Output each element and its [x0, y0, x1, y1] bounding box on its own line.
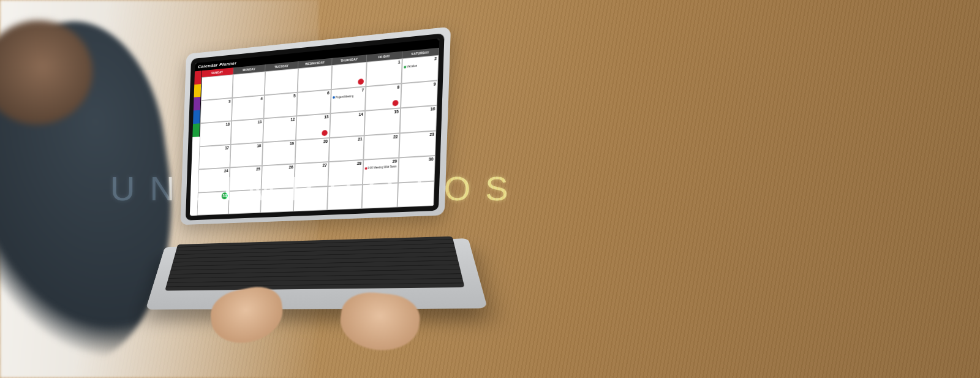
day-number: 25 [256, 167, 260, 171]
day-number: 14 [358, 112, 363, 116]
calendar-day-cell[interactable]: 21 [329, 135, 364, 162]
sidebar-category-tab[interactable] [194, 70, 202, 85]
calendar-day-cell[interactable]: 15 [364, 108, 401, 135]
calendar-day-cell[interactable]: 22 [363, 133, 399, 160]
sidebar-category-tab[interactable] [194, 84, 202, 98]
calendar-day-cell[interactable] [398, 181, 435, 207]
sidebar-category-tab[interactable] [192, 123, 200, 137]
day-marker-icon [358, 78, 364, 85]
calendar-day-cell[interactable] [228, 189, 262, 214]
day-number: 8 [397, 85, 399, 89]
calendar-day-cell[interactable] [327, 184, 363, 210]
day-number: 24 [224, 168, 228, 173]
day-number: 28 [357, 161, 362, 165]
day-number: 17 [225, 145, 229, 149]
day-marker-icon [393, 100, 399, 107]
day-marker-icon [322, 130, 328, 136]
sidebar-category-tab[interactable] [194, 97, 202, 110]
day-number: 12 [290, 117, 295, 121]
day-number: 11 [258, 119, 262, 124]
calendar-event[interactable]: Project Meeting [333, 94, 364, 99]
calendar-day-cell[interactable]: 18 [230, 142, 263, 168]
day-number: 1 [398, 60, 401, 64]
sidebar-category-tab[interactable] [193, 110, 201, 124]
calendar-day-cell[interactable]: 28 [328, 160, 363, 186]
calendar-day-cell[interactable]: 1 [366, 58, 402, 86]
calendar-day-cell[interactable]: 20 [295, 138, 330, 164]
calendar-day-cell[interactable]: 2Vacation [401, 55, 439, 83]
day-number: 5 [293, 93, 296, 97]
photo-scene: Calendar Planner SUNDAYMONDAYTUESDAYWEDN… [0, 0, 980, 378]
calendar-day-cell[interactable] [260, 187, 294, 213]
calendar-day-cell[interactable]: 24 [198, 168, 230, 193]
calendar-day-cell[interactable]: 13 [296, 113, 330, 140]
calendar-day-cell[interactable]: 7Project Meeting [330, 86, 366, 113]
calendar-area: SUNDAYMONDAYTUESDAYWEDNESDAYTHURSDAYFRID… [197, 48, 439, 216]
calendar-event[interactable]: 9:00 Meeting With Team [365, 165, 397, 170]
calendar-day-cell[interactable]: 3 [200, 97, 233, 123]
event-dot-icon [333, 96, 335, 99]
calendar-day-cell[interactable]: 19 [262, 140, 296, 165]
calendar-day-cell[interactable]: 299:00 Meeting With Team [363, 157, 399, 184]
event-dot-icon [365, 167, 368, 169]
calendar-day-cell[interactable] [265, 68, 298, 95]
calendar-day-cell[interactable]: 11 [231, 118, 264, 144]
person-head [0, 13, 100, 132]
calendar-day-cell[interactable] [293, 186, 328, 212]
calendar-day-cell[interactable] [298, 65, 333, 92]
day-number: 4 [260, 96, 263, 100]
day-number: 22 [393, 134, 398, 138]
day-number: 13 [324, 115, 328, 119]
calendar-day-cell[interactable] [362, 183, 398, 209]
calendar-day-cell[interactable] [201, 74, 233, 100]
calendar-day-cell[interactable]: 10 [200, 121, 232, 146]
day-number: 27 [322, 163, 326, 167]
day-number: 2 [434, 56, 437, 61]
calendar-day-cell[interactable]: 12 [263, 116, 296, 142]
day-number: 15 [394, 110, 399, 114]
calendar-day-cell[interactable]: 27 [294, 162, 328, 187]
calendar-day-cell[interactable]: 16 [400, 105, 437, 133]
calendar-day-cell[interactable]: 9 [401, 80, 438, 108]
laptop-keyboard [165, 236, 464, 291]
calendar-day-cell[interactable]: 4 [232, 95, 265, 121]
app-body: SUNDAYMONDAYTUESDAYWEDNESDAYTHURSDAYFRID… [190, 48, 439, 216]
calendar-day-cell[interactable]: 14 [330, 111, 365, 138]
calendar-day-cell[interactable]: 17 [198, 144, 231, 169]
day-number: 20 [323, 139, 328, 143]
calendar-event[interactable]: Vacation [404, 62, 437, 69]
day-number: 18 [257, 143, 261, 148]
calendar-day-cell[interactable]: 25 [229, 165, 262, 191]
day-number: 23 [429, 132, 434, 136]
day-number: 30 [429, 157, 434, 161]
calendar-day-cell[interactable]: 30 [398, 156, 435, 183]
day-number: 3 [228, 99, 231, 103]
day-number: 29 [392, 159, 397, 164]
day-number: 6 [327, 91, 330, 95]
event-label: Project Meeting [336, 94, 354, 99]
calendar-day-cell[interactable]: 31 [197, 191, 229, 216]
calendar-app: Calendar Planner SUNDAYMONDAYTUESDAYWEDN… [190, 39, 439, 216]
day-number: 7 [362, 88, 364, 92]
day-number-circled: 31 [222, 192, 228, 198]
calendar-day-cell[interactable]: 8 [365, 83, 401, 111]
calendar-day-cell[interactable]: 23 [399, 130, 436, 158]
calendar-day-cell[interactable]: 6 [296, 89, 331, 116]
calendar-grid: 12Vacation34567Project Meeting8910111213… [197, 55, 439, 216]
calendar-day-cell[interactable] [331, 62, 367, 89]
day-number: 10 [225, 122, 230, 126]
event-label: 9:00 Meeting With Team [368, 165, 396, 169]
calendar-day-cell[interactable]: 26 [262, 164, 295, 189]
day-number: 16 [431, 107, 435, 112]
calendar-day-cell[interactable]: 5 [264, 92, 298, 118]
day-number: 9 [434, 81, 436, 86]
event-label: Vacation [407, 64, 417, 68]
laptop-screen: Calendar Planner SUNDAYMONDAYTUESDAYWEDN… [190, 39, 439, 216]
day-number: 26 [289, 165, 293, 169]
day-number: 21 [358, 137, 363, 141]
event-dot-icon [404, 66, 406, 68]
calendar-day-cell[interactable] [232, 71, 265, 97]
day-number: 19 [290, 141, 294, 145]
laptop: Calendar Planner SUNDAYMONDAYTUESDAYWEDN… [142, 28, 505, 345]
